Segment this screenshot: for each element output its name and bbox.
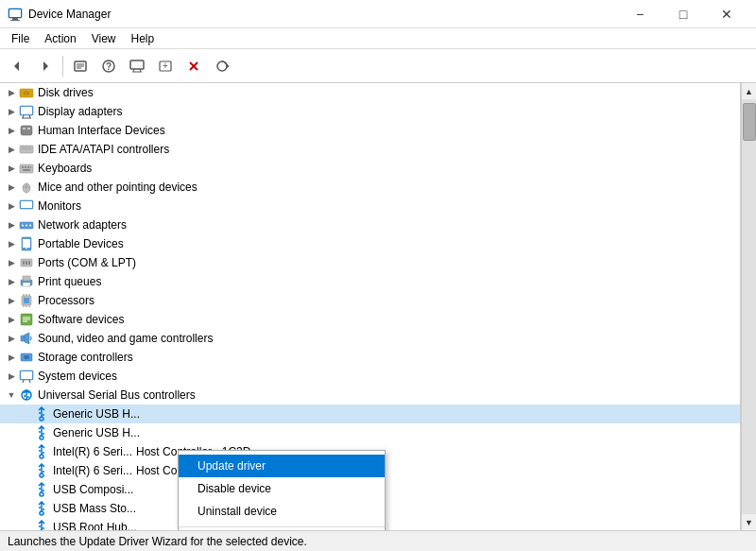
toolbar-monitor[interactable]	[124, 53, 150, 79]
svg-point-97	[40, 492, 43, 496]
svg-rect-40	[30, 166, 31, 168]
scroll-track[interactable]	[742, 99, 757, 514]
expand-icon: ▶	[4, 161, 19, 176]
tree-item-disk[interactable]: ▶ Disk drives	[0, 83, 740, 102]
scroll-down-arrow[interactable]: ▼	[742, 514, 757, 530]
minimize-button[interactable]: −	[618, 0, 662, 28]
toolbar-properties[interactable]	[67, 53, 94, 79]
tree-item-hid[interactable]: ▶ Human Interface Devices	[0, 121, 740, 140]
toolbar-add[interactable]: +	[152, 53, 179, 79]
tree-item-software[interactable]: ▶ Software devices	[0, 310, 740, 329]
ide-icon	[19, 142, 34, 157]
menu-help[interactable]: Help	[124, 28, 163, 48]
tree-item-mice[interactable]: ▶ Mice and other pointing devices	[0, 178, 740, 197]
expand-icon	[19, 501, 34, 516]
expand-icon: ▶	[4, 198, 19, 214]
svg-rect-3	[9, 9, 21, 17]
tree-item-generic-usb-2[interactable]: Generic USB H...	[0, 423, 740, 442]
usb-icon	[19, 387, 34, 403]
svg-text:+: +	[163, 60, 168, 71]
ctx-uninstall-device[interactable]: Uninstall device	[179, 500, 385, 523]
tree-item-sound[interactable]: ▶ Sound, video and game controllers	[0, 329, 740, 348]
hid-icon	[19, 123, 34, 138]
svg-marker-21	[227, 64, 229, 68]
vertical-scrollbar[interactable]: ▲ ▼	[741, 83, 756, 530]
expand-icon: ▶	[4, 104, 19, 119]
tree-item-display-label: Display adapters	[38, 105, 122, 118]
expand-icon: ▶	[4, 369, 19, 384]
expand-icon: ▼	[4, 387, 19, 403]
tree-item-network-label: Network adapters	[38, 218, 127, 232]
tree-item-ports[interactable]: ▶ Ports (COM & LPT)	[0, 253, 740, 272]
toolbar-back[interactable]	[4, 53, 30, 79]
context-menu: Update driver Disable device Uninstall d…	[178, 450, 386, 530]
processor-icon	[19, 293, 34, 308]
maximize-button[interactable]: □	[662, 0, 705, 28]
svg-rect-62	[24, 298, 29, 303]
toolbar-forward[interactable]	[32, 53, 59, 79]
system-icon	[19, 369, 34, 384]
svg-point-50	[29, 225, 31, 227]
close-button[interactable]: ✕	[705, 0, 748, 28]
tree-item-system-label: System devices	[38, 370, 117, 383]
expand-icon: ▶	[4, 85, 19, 100]
tree-item-network[interactable]: ▶ Network adapters	[0, 215, 740, 234]
window-title: Device Manager	[28, 8, 618, 21]
toolbar-scan[interactable]	[209, 53, 235, 79]
usb-device-icon	[34, 406, 49, 422]
tree-item-system[interactable]: ▶ System devices	[0, 367, 740, 386]
expand-icon: ▶	[4, 255, 19, 270]
svg-marker-4	[14, 61, 19, 71]
tree-item-processors[interactable]: ▶ Processors	[0, 291, 740, 310]
tree-item-ide[interactable]: ▶ IDE ATA/ATAPI controllers	[0, 140, 740, 159]
svg-line-78	[23, 380, 24, 383]
expand-icon: ▶	[4, 142, 19, 157]
tree-item-storage-label: Storage controllers	[38, 351, 133, 364]
tree-item-portable[interactable]: ▶ Portable Devices	[0, 234, 740, 253]
keyboard-icon	[19, 161, 34, 176]
svg-rect-73	[21, 336, 25, 341]
expand-icon: ▶	[4, 217, 19, 232]
scroll-thumb[interactable]	[743, 103, 756, 141]
svg-rect-32	[27, 128, 30, 129]
tree-item-monitors[interactable]: ▶ Monitors	[0, 197, 740, 215]
svg-rect-26	[21, 107, 32, 114]
toolbar: ? +	[0, 49, 756, 83]
main-panel: ▶ Disk drives ▶ Display adapters ▶ Human…	[0, 83, 756, 530]
tree-item-portable-label: Portable Devices	[38, 237, 124, 250]
svg-rect-2	[10, 20, 20, 21]
ctx-update-driver[interactable]: Update driver	[179, 455, 385, 477]
tree-item-print-label: Print queues	[38, 275, 101, 288]
software-icon	[19, 312, 34, 327]
expand-icon: ▶	[4, 331, 19, 346]
menu-file[interactable]: File	[4, 28, 37, 48]
menu-view[interactable]: View	[84, 28, 124, 48]
tree-item-keyboards[interactable]: ▶ Keyboards	[0, 159, 740, 178]
tree-item-storage[interactable]: ▶ Storage controllers	[0, 348, 740, 367]
device-tree[interactable]: ▶ Disk drives ▶ Display adapters ▶ Human…	[0, 83, 741, 530]
expand-icon	[19, 425, 34, 440]
expand-icon: ▶	[4, 312, 19, 327]
toolbar-remove[interactable]	[180, 53, 207, 79]
ports-icon	[19, 255, 34, 270]
menu-action[interactable]: Action	[37, 28, 83, 48]
tree-item-usb[interactable]: ▼ Universal Serial Bus controllers	[0, 386, 740, 405]
expand-icon	[19, 463, 34, 478]
title-bar: Device Manager − □ ✕	[0, 0, 756, 28]
expand-icon: ▶	[4, 293, 19, 308]
tree-item-display[interactable]: ▶ Display adapters	[0, 102, 740, 121]
svg-text:?: ?	[106, 61, 112, 72]
usb-root-1-icon	[34, 520, 49, 530]
ctx-disable-device[interactable]: Disable device	[179, 477, 385, 500]
tree-item-monitors-label: Monitors	[38, 199, 81, 213]
svg-point-88	[40, 436, 43, 439]
status-bar: Launches the Update Driver Wizard for th…	[0, 530, 756, 551]
scroll-up-arrow[interactable]: ▲	[742, 83, 757, 99]
expand-icon: ▶	[4, 350, 19, 365]
svg-rect-59	[23, 276, 30, 281]
status-text: Launches the Update Driver Wizard for th…	[8, 535, 307, 548]
tree-item-generic-usb-1[interactable]: Generic USB H...	[0, 405, 740, 423]
tree-item-print[interactable]: ▶ Print queues	[0, 272, 740, 291]
toolbar-help[interactable]: ?	[95, 53, 122, 79]
usb-composite-icon	[34, 482, 49, 497]
